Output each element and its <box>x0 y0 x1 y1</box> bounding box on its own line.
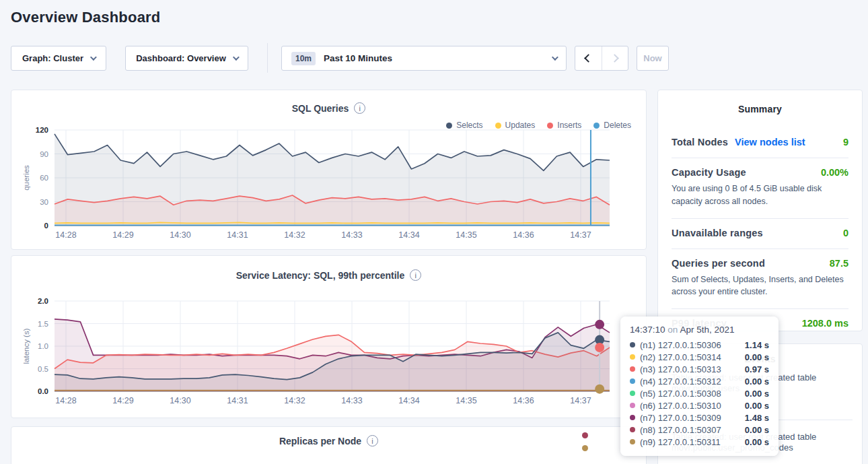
range-badge: 10m <box>291 52 316 65</box>
tooltip-node-row: (n9) 127.0.0.1:503110.00 s <box>630 436 769 448</box>
svg-text:14:32: 14:32 <box>284 230 305 240</box>
node-color-dot-icon <box>630 378 635 384</box>
svg-text:14:35: 14:35 <box>456 230 476 240</box>
svg-text:14:34: 14:34 <box>398 230 419 240</box>
svg-text:14:35: 14:35 <box>456 396 476 405</box>
node-latency-value: 0.97 s <box>745 364 769 374</box>
svg-text:14:37: 14:37 <box>570 396 591 405</box>
svg-text:14:28: 14:28 <box>55 230 76 240</box>
qps-desc: Sum of Selects, Updates, Inserts, and De… <box>672 273 848 299</box>
page-title: Overview Dashboard <box>11 9 160 26</box>
legend-dot[interactable] <box>582 445 588 451</box>
node-latency-value: 0.00 s <box>745 401 769 411</box>
node-latency-value: 1.48 s <box>745 413 769 423</box>
svg-text:0.0: 0.0 <box>38 387 48 395</box>
node-latency-value: 0.00 s <box>745 389 769 399</box>
summary-panel: Summary Total Nodes View nodes list 9 Ca… <box>657 90 863 331</box>
tooltip-node-row: (n7) 127.0.0.1:503091.48 s <box>630 411 769 424</box>
svg-text:14:30: 14:30 <box>170 230 190 240</box>
p99-latency-value: 1208.0 ms <box>802 318 848 329</box>
node-color-dot-icon <box>630 439 635 444</box>
svg-text:latency (s): latency (s) <box>22 328 30 364</box>
graph-dropdown-label: Graph: Cluster <box>22 53 83 63</box>
svg-text:14:34: 14:34 <box>398 396 419 405</box>
summary-header: Summary <box>658 90 862 128</box>
svg-text:queries: queries <box>22 165 30 191</box>
tooltip-node-row: (n5) 127.0.0.1:503080.00 s <box>630 387 769 399</box>
node-address: (n3) 127.0.0.1:50313 <box>640 364 721 374</box>
svg-text:2.0: 2.0 <box>38 297 48 305</box>
svg-text:14:36: 14:36 <box>513 230 534 240</box>
info-icon[interactable]: i <box>410 269 421 281</box>
svg-text:14:37: 14:37 <box>570 230 591 240</box>
node-address: (n2) 127.0.0.1:50314 <box>640 352 721 362</box>
prev-range-button[interactable] <box>575 46 602 70</box>
controls-divider <box>267 43 268 73</box>
range-step-buttons <box>575 46 628 71</box>
node-color-dot-icon <box>630 354 635 360</box>
chevron-down-icon <box>90 54 97 61</box>
service-latency-chart[interactable]: 14:2814:2914:3014:3114:3214:3314:3414:35… <box>11 292 647 419</box>
node-address: (n8) 127.0.0.1:50307 <box>640 425 721 435</box>
sql-queries-chart[interactable]: 14:2814:2914:3014:3114:3214:3314:3414:35… <box>11 121 647 251</box>
svg-text:90: 90 <box>40 150 48 158</box>
graph-dropdown[interactable]: Graph: Cluster <box>11 46 106 71</box>
node-latency-value: 0.00 s <box>745 437 769 447</box>
svg-text:60: 60 <box>40 174 48 182</box>
node-address: (n4) 127.0.0.1:50312 <box>640 376 721 387</box>
sql-queries-panel: SQL Queries i SelectsUpdatesInsertsDelet… <box>11 90 647 250</box>
svg-text:14:29: 14:29 <box>112 396 133 405</box>
svg-text:14:31: 14:31 <box>227 230 248 240</box>
info-icon[interactable]: i <box>354 102 365 114</box>
node-latency-value: 0.00 s <box>745 352 769 362</box>
stat-total-nodes: Total Nodes View nodes list 9 <box>672 128 848 158</box>
tooltip-node-row: (n4) 127.0.0.1:503120.00 s <box>630 375 769 387</box>
now-button[interactable]: Now <box>637 46 669 71</box>
node-color-dot-icon <box>630 403 635 408</box>
overview-dashboard-page: Overview Dashboard Graph: Cluster Dashbo… <box>0 0 868 464</box>
qps-value: 87.5 <box>830 258 848 269</box>
chevron-left-icon <box>584 54 593 63</box>
info-icon[interactable]: i <box>367 435 378 446</box>
chevron-down-icon <box>552 54 558 61</box>
sql-queries-title: SQL Queries i <box>11 102 646 114</box>
node-address: (n5) 127.0.0.1:50308 <box>640 389 721 399</box>
node-color-dot-icon <box>630 366 635 372</box>
capacity-usage-desc: You are using 0 B of 4.5 GiB usable disk… <box>672 183 848 208</box>
chevron-down-icon <box>233 54 240 61</box>
node-latency-value: 0.00 s <box>745 376 769 387</box>
node-color-dot-icon <box>630 342 635 347</box>
node-address: (n6) 127.0.0.1:50310 <box>640 401 721 411</box>
stat-queries-per-second: Queries per second 87.5 Sum of Selects, … <box>672 248 848 309</box>
node-color-dot-icon <box>630 415 635 420</box>
service-latency-title: Service Latency: SQL, 99th percentile i <box>11 269 646 281</box>
range-label: Past 10 Minutes <box>324 53 392 63</box>
replicas-per-node-panel: Replicas per Node i <box>11 426 647 464</box>
svg-text:14:32: 14:32 <box>284 396 305 405</box>
svg-text:14:30: 14:30 <box>170 396 190 405</box>
svg-text:120: 120 <box>36 126 48 134</box>
time-range-dropdown[interactable]: 10m Past 10 Minutes <box>281 46 567 71</box>
node-address: (n7) 127.0.0.1:50309 <box>640 413 721 423</box>
svg-text:0: 0 <box>44 222 48 230</box>
dashboard-dropdown[interactable]: Dashboard: Overview <box>125 46 248 71</box>
chevron-right-icon <box>610 54 619 63</box>
stat-unavailable-ranges: Unavailable ranges 0 <box>672 218 848 248</box>
chart-hover-tooltip: 14:37:10 on Apr 5th, 2021 (n1) 127.0.0.1… <box>620 317 779 456</box>
next-range-button[interactable] <box>602 46 628 70</box>
node-latency-value: 1.14 s <box>745 340 769 350</box>
view-nodes-list-link[interactable]: View nodes list <box>735 137 805 147</box>
service-latency-panel: Service Latency: SQL, 99th percentile i … <box>11 255 647 418</box>
svg-text:14:28: 14:28 <box>55 396 76 405</box>
tooltip-node-row: (n6) 127.0.0.1:503100.00 s <box>630 399 769 411</box>
node-color-dot-icon <box>630 391 635 396</box>
svg-text:1.0: 1.0 <box>38 342 48 350</box>
legend-dot[interactable] <box>582 432 588 438</box>
svg-text:14:36: 14:36 <box>513 396 534 405</box>
tooltip-node-row: (n3) 127.0.0.1:503130.97 s <box>630 363 769 375</box>
node-address: (n9) 127.0.0.1:50311 <box>640 437 721 447</box>
svg-text:14:33: 14:33 <box>341 396 362 405</box>
svg-text:14:31: 14:31 <box>227 396 248 405</box>
replicas-per-node-title: Replicas per Node i <box>11 435 646 446</box>
unavailable-ranges-value: 0 <box>843 228 848 238</box>
